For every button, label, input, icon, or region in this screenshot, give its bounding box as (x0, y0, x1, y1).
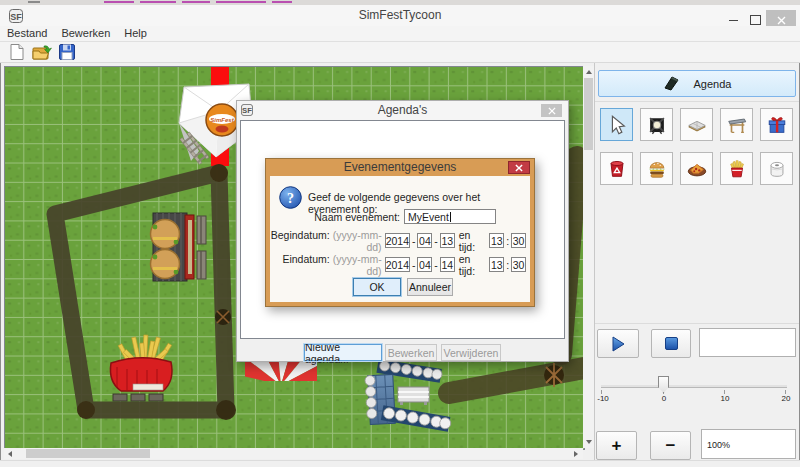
app-window: SF SimFestTycoon Bestand Bewerken Help (0, 0, 800, 467)
begin-day-input[interactable]: 13 (440, 233, 455, 248)
new-agenda-button[interactable]: Nieuwe agenda... (304, 344, 382, 361)
event-close-button[interactable] (508, 161, 530, 174)
end-minute-input[interactable]: 30 (511, 257, 526, 272)
cancel-button[interactable]: Annuleer (407, 278, 453, 296)
date-format-hint: (yyyy-mm-dd) (333, 253, 382, 277)
event-dialog: Evenementgegevens ? Geef de volgende geg… (265, 158, 535, 307)
tool-trashcan-button[interactable] (600, 152, 633, 185)
end-month-input[interactable]: 04 (417, 257, 432, 272)
zoom-out-button[interactable]: − (650, 431, 691, 460)
agenda-button-label: Agenda (694, 78, 732, 90)
agenda-book-icon (663, 76, 680, 91)
edit-agenda-button[interactable]: Bewerken (385, 344, 437, 361)
tool-pallet-button[interactable] (680, 108, 713, 141)
scroll-right-icon[interactable] (574, 451, 578, 457)
svg-text:SF: SF (10, 12, 22, 22)
time-label: en tijd: (455, 253, 490, 277)
svg-text:?: ? (287, 191, 294, 206)
tool-stage-button[interactable] (720, 108, 753, 141)
horizontal-scrollbar[interactable] (4, 448, 583, 459)
slider-labels: -10 0 10 20 (595, 394, 799, 404)
date-separator: - (410, 259, 418, 271)
fries-icon (726, 158, 748, 180)
menu-bewerken[interactable]: Bewerken (54, 26, 117, 41)
burger-stand[interactable] (151, 213, 195, 281)
bench-row[interactable] (113, 394, 163, 401)
speed-slider-thumb[interactable] (658, 376, 669, 393)
cursor-icon (606, 114, 628, 136)
hscroll-thumb[interactable] (26, 449, 150, 458)
agendas-dialog-titlebar: SF Agenda's (237, 101, 568, 120)
gift-icon (766, 114, 788, 136)
scroll-down-icon[interactable] (586, 440, 592, 444)
tool-cursor-button[interactable] (600, 108, 633, 141)
date-separator: - (432, 235, 440, 247)
zoom-in-button[interactable]: + (596, 431, 637, 460)
stage-truss-icon (726, 114, 748, 136)
save-icon[interactable] (58, 43, 76, 61)
end-date-label: Eindatum: (yyyy-mm-dd) (270, 253, 382, 277)
play-icon (609, 335, 627, 353)
tool-spotlight-button[interactable] (640, 108, 673, 141)
pallet-icon (686, 114, 708, 136)
slider-label: -10 (597, 394, 609, 403)
begin-hour-input[interactable]: 13 (489, 233, 504, 248)
time-separator: : (504, 235, 511, 247)
name-label: Naam evenement: (270, 211, 400, 223)
event-name-value: MyEvent (408, 211, 449, 223)
stage-table[interactable] (398, 387, 429, 405)
event-dialog-title: Evenementgegevens (266, 159, 534, 176)
zoom-value-field[interactable]: 100% (701, 429, 796, 459)
svg-text:SF: SF (242, 106, 252, 115)
time-label: en tijd: (455, 229, 490, 253)
scroll-left-icon[interactable] (8, 451, 12, 457)
end-hour-input[interactable]: 13 (489, 257, 504, 272)
scroll-up-icon[interactable] (586, 70, 592, 74)
begin-date-label: Begindatum: (yyyy-mm-dd) (270, 229, 382, 253)
ok-button[interactable]: OK (353, 278, 401, 296)
titlebar: SF SimFestTycoon (0, 5, 800, 26)
begin-minute-input[interactable]: 30 (511, 233, 526, 248)
menu-bestand[interactable]: Bestand (0, 26, 54, 41)
hamburger-icon (646, 158, 668, 180)
delete-agenda-button[interactable]: Verwijderen (441, 344, 501, 361)
bush[interactable] (215, 309, 231, 325)
tool-gift-button[interactable] (760, 108, 793, 141)
pizza-icon (686, 158, 708, 180)
tool-fries-button[interactable] (720, 152, 753, 185)
stop-button[interactable] (651, 329, 691, 358)
date-format-hint: (yyyy-mm-dd) (333, 229, 382, 253)
tool-toilet-button[interactable] (760, 152, 793, 185)
toolbar (0, 42, 800, 63)
slider-label: 0 (662, 394, 666, 403)
open-file-icon[interactable] (32, 43, 52, 62)
new-file-icon[interactable] (8, 43, 26, 61)
speed-display-field[interactable] (699, 328, 796, 357)
play-button[interactable] (597, 329, 639, 358)
question-icon: ? (279, 186, 302, 209)
app-logo-icon: SF (9, 9, 23, 23)
close-icon (548, 107, 556, 115)
agenda-button[interactable]: Agenda (598, 70, 796, 97)
maximize-icon (750, 15, 761, 25)
trashcan-icon (606, 158, 628, 180)
tool-pizza-button[interactable] (680, 152, 713, 185)
minimize-icon (729, 20, 738, 21)
agendas-close-button[interactable] (541, 104, 562, 117)
menu-help[interactable]: Help (117, 26, 154, 41)
event-dialog-body: ? Geef de volgende gegevens over het eve… (270, 176, 530, 302)
begin-month-input[interactable]: 04 (417, 233, 432, 248)
sidebar: Agenda (594, 63, 798, 460)
begin-year-input[interactable]: 2014 (385, 233, 410, 248)
vscroll-thumb[interactable] (584, 78, 593, 150)
status-bar (0, 460, 800, 467)
end-year-input[interactable]: 2014 (385, 257, 410, 272)
sidebar-divider-2 (595, 323, 799, 324)
speed-slider-track[interactable] (601, 385, 787, 388)
close-icon (777, 16, 786, 25)
event-name-input[interactable]: MyEvent (404, 209, 496, 224)
tool-hamburger-button[interactable] (640, 152, 673, 185)
vertical-scrollbar[interactable] (583, 66, 594, 448)
toilet-roll-icon (766, 158, 788, 180)
end-day-input[interactable]: 14 (440, 257, 455, 272)
